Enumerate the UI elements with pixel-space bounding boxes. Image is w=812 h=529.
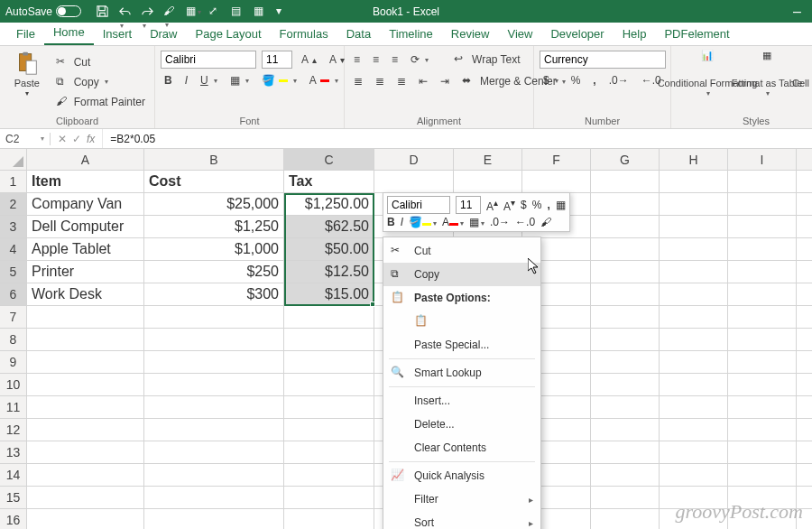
mini-accounting-icon[interactable]: $ (521, 199, 527, 211)
ctx-paste-special[interactable]: Paste Special... (383, 333, 540, 357)
cell[interactable] (660, 441, 728, 463)
cell[interactable]: $1,250 (144, 216, 284, 237)
align-center-icon[interactable]: ≣ (372, 73, 388, 89)
col-header-C[interactable]: C (284, 149, 374, 170)
cell-styles-button[interactable]: ▥ Cell Styles (796, 48, 812, 116)
paste-button[interactable]: Paste ▾ (5, 48, 49, 116)
cell[interactable] (728, 329, 797, 350)
cell[interactable] (284, 487, 374, 508)
align-left-icon[interactable]: ≣ (350, 73, 366, 89)
mini-font-size[interactable] (456, 196, 481, 214)
row-header[interactable]: 12 (0, 419, 27, 441)
cell[interactable] (728, 374, 797, 395)
cell[interactable] (728, 351, 797, 373)
mini-decrease-font-icon[interactable]: A▾ (503, 198, 515, 213)
mini-comma-icon[interactable]: , (547, 199, 549, 211)
tab-developer[interactable]: Developer (541, 23, 613, 45)
autosave-toggle[interactable]: AutoSave (5, 5, 81, 18)
align-middle-icon[interactable]: ≡ (369, 51, 383, 68)
cell[interactable] (591, 329, 660, 350)
row-header[interactable]: 14 (0, 464, 27, 486)
row-header[interactable]: 1 (0, 171, 27, 192)
cell[interactable] (728, 171, 797, 192)
border-button[interactable]: ▦ (226, 72, 253, 88)
orientation-icon[interactable]: ⟳ (407, 51, 432, 68)
cell[interactable] (591, 283, 660, 305)
cell[interactable]: $1,000 (144, 238, 284, 260)
row-header[interactable]: 2 (0, 193, 27, 215)
row-header[interactable]: 8 (0, 329, 27, 350)
tab-formulas[interactable]: Formulas (271, 23, 337, 45)
cell[interactable]: Apple Tablet (27, 238, 144, 260)
cell[interactable] (284, 396, 374, 418)
increase-decimal-icon[interactable]: .0→ (605, 72, 632, 88)
cell[interactable] (591, 464, 660, 486)
accounting-button[interactable]: $ (540, 72, 562, 88)
align-top-icon[interactable]: ≡ (350, 51, 364, 68)
grid-icon[interactable]: ▤ (231, 5, 245, 18)
cell[interactable] (591, 509, 660, 529)
decrease-indent-icon[interactable]: ⇤ (415, 73, 431, 89)
select-all-corner[interactable] (0, 149, 27, 170)
tab-page-layout[interactable]: Page Layout (187, 23, 271, 45)
tab-insert[interactable]: Insert (94, 23, 142, 45)
cell[interactable] (284, 441, 374, 463)
cell[interactable] (660, 283, 728, 305)
cell[interactable] (591, 238, 660, 260)
col-header-G[interactable]: G (591, 149, 660, 170)
cell[interactable] (144, 329, 284, 350)
row-header[interactable]: 11 (0, 396, 27, 418)
number-format-select[interactable] (540, 51, 666, 69)
cell[interactable] (27, 396, 144, 418)
font-color-button[interactable]: A (306, 72, 342, 88)
save-icon[interactable] (96, 5, 109, 18)
cell[interactable] (284, 509, 374, 529)
undo-icon[interactable] (118, 5, 132, 18)
cell[interactable] (27, 351, 144, 373)
row-header[interactable]: 5 (0, 261, 27, 283)
ctx-delete[interactable]: Delete... (383, 413, 540, 436)
tab-pdfelement[interactable]: PDFelement (655, 23, 738, 45)
mini-inc-decimal-icon[interactable]: .0→ (490, 216, 510, 228)
mini-bold-icon[interactable]: B (387, 216, 395, 228)
cell[interactable] (144, 374, 284, 395)
mini-conditional-icon[interactable]: ▦ (556, 199, 566, 211)
cell[interactable] (144, 487, 284, 508)
formula-text[interactable]: =B2*0.05 (103, 133, 812, 145)
align-bottom-icon[interactable]: ≡ (388, 51, 401, 68)
cell[interactable] (144, 396, 284, 418)
cell[interactable] (591, 374, 660, 395)
bold-button[interactable]: B (161, 72, 176, 88)
cell[interactable] (660, 238, 728, 260)
cell[interactable] (728, 193, 797, 215)
cell[interactable] (591, 351, 660, 373)
cell[interactable] (144, 306, 284, 328)
table-icon[interactable]: ▦ (254, 5, 267, 18)
cell[interactable] (591, 171, 660, 192)
cell[interactable] (144, 351, 284, 373)
cell[interactable]: Item (27, 171, 144, 192)
cell[interactable] (144, 419, 284, 441)
tab-data[interactable]: Data (337, 23, 380, 45)
row-header[interactable]: 4 (0, 238, 27, 260)
cell[interactable] (728, 306, 797, 328)
col-header-E[interactable]: E (454, 149, 522, 170)
cell[interactable] (144, 464, 284, 486)
cut-button[interactable]: ✂Cut (52, 53, 149, 71)
cell[interactable] (660, 261, 728, 283)
ctx-insert[interactable]: Insert... (383, 389, 540, 413)
cell[interactable] (591, 306, 660, 328)
col-header-A[interactable]: A (27, 149, 144, 170)
cell[interactable]: $250 (144, 261, 284, 283)
cell[interactable]: Cost (144, 171, 284, 192)
cell[interactable] (284, 329, 374, 350)
col-header-B[interactable]: B (144, 149, 284, 170)
cell[interactable]: $1,250.00 (284, 193, 374, 215)
col-header-H[interactable]: H (660, 149, 728, 170)
cell[interactable] (591, 441, 660, 463)
mini-italic-icon[interactable]: I (401, 216, 403, 228)
row-header[interactable]: 3 (0, 216, 27, 237)
row-header[interactable]: 7 (0, 306, 27, 328)
tab-review[interactable]: Review (442, 23, 499, 45)
cell[interactable] (591, 487, 660, 508)
